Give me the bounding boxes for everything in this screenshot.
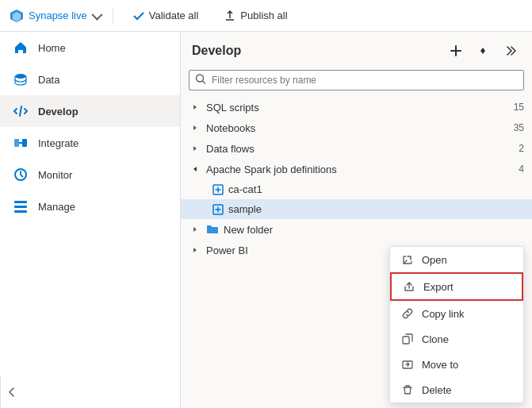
spark-chevron-icon	[189, 163, 201, 175]
tree-child-cacat1[interactable]: ca-cat1	[181, 179, 532, 199]
data-icon	[13, 71, 29, 87]
validate-label: Validate all	[149, 10, 199, 21]
spark-count: 4	[519, 164, 524, 175]
context-menu-delete[interactable]: Delete	[390, 377, 523, 402]
svg-rect-4	[22, 139, 27, 147]
brand-label: Synapse live	[29, 10, 87, 21]
folder-icon	[206, 223, 219, 236]
sidebar: Home Data Develop	[0, 32, 181, 408]
context-menu-clone[interactable]: Clone	[390, 326, 523, 352]
delete-icon	[401, 383, 414, 396]
spark-job-icon-2	[212, 204, 224, 215]
dataflows-chevron-icon	[189, 142, 201, 155]
clone-label: Clone	[422, 333, 449, 345]
copylink-icon	[401, 307, 414, 320]
newfolder-label: New folder	[224, 224, 524, 236]
notebooks-label: Notebooks	[206, 122, 509, 134]
develop-header-actions	[445, 40, 521, 62]
sidebar-collapse-button[interactable]	[0, 376, 22, 408]
open-icon	[401, 253, 414, 266]
sidebar-item-data[interactable]: Data	[0, 64, 180, 95]
main-layout: Home Data Develop	[0, 32, 532, 408]
tree-item-notebooks[interactable]: Notebooks 35	[181, 117, 532, 138]
delete-label: Delete	[422, 384, 452, 396]
monitor-icon	[13, 167, 29, 183]
sql-label: SQL scripts	[206, 102, 509, 114]
dataflows-count: 2	[519, 143, 524, 154]
publish-label: Publish all	[240, 10, 287, 21]
validate-all-button[interactable]: Validate all	[126, 6, 205, 25]
export-label: Export	[423, 281, 454, 293]
publish-all-button[interactable]: Publish all	[217, 6, 293, 25]
develop-title: Develop	[192, 44, 241, 58]
newfolder-chevron-icon	[189, 223, 201, 236]
context-menu-moveto[interactable]: Move to	[390, 352, 523, 377]
spark-label: Apache Spark job definitions	[206, 164, 514, 175]
sidebar-item-develop[interactable]: Develop	[0, 95, 180, 127]
sidebar-integrate-label: Integrate	[38, 137, 78, 149]
clone-icon	[401, 333, 414, 345]
export-icon	[403, 280, 415, 293]
tree-item-newfolder[interactable]: New folder	[181, 219, 532, 240]
develop-header: Develop	[181, 32, 532, 67]
topbar: Synapse live Validate all Publish all	[0, 0, 532, 32]
open-label: Open	[422, 254, 447, 266]
dataflows-label: Data flows	[206, 143, 514, 155]
filter-input-wrap	[189, 70, 524, 90]
sql-count: 15	[514, 102, 524, 113]
sql-chevron-icon	[189, 101, 201, 114]
sidebar-item-manage[interactable]: Manage	[0, 191, 180, 222]
sidebar-item-monitor[interactable]: Monitor	[0, 159, 180, 191]
context-menu-copylink[interactable]: Copy link	[390, 301, 523, 326]
context-menu: Open Export Copy link	[389, 246, 524, 403]
sidebar-home-label: Home	[38, 42, 66, 54]
tree-item-sql[interactable]: SQL scripts 15	[181, 97, 532, 117]
sample-label: sample	[228, 203, 262, 215]
cacat1-label: ca-cat1	[228, 183, 262, 195]
svg-rect-6	[14, 201, 27, 203]
home-icon	[13, 40, 29, 56]
brand-chevron-icon[interactable]	[91, 9, 102, 20]
integrate-icon	[13, 135, 29, 151]
tree-item-spark[interactable]: Apache Spark job definitions 4	[181, 159, 532, 179]
sidebar-manage-label: Manage	[38, 201, 75, 213]
manage-icon	[13, 198, 29, 214]
tree-child-sample[interactable]: sample	[181, 199, 532, 219]
sidebar-item-home[interactable]: Home	[0, 32, 180, 64]
notebooks-count: 35	[514, 122, 524, 133]
topbar-divider	[113, 8, 113, 24]
sidebar-monitor-label: Monitor	[38, 169, 72, 181]
synapse-brand[interactable]: Synapse live	[10, 9, 100, 23]
moveto-icon	[401, 358, 414, 371]
sidebar-data-label: Data	[38, 74, 59, 86]
svg-rect-8	[14, 210, 27, 213]
collapse-panel-button[interactable]	[499, 40, 521, 62]
svg-rect-7	[14, 206, 27, 208]
spark-job-icon	[212, 184, 224, 195]
notebooks-chevron-icon	[189, 121, 201, 134]
svg-point-2	[15, 74, 26, 79]
svg-rect-3	[14, 139, 19, 147]
develop-panel: Develop	[181, 32, 532, 408]
context-menu-open[interactable]: Open	[390, 247, 523, 272]
powerbi-chevron-icon	[189, 244, 201, 256]
filter-search-icon	[195, 74, 206, 87]
filter-input[interactable]	[189, 70, 524, 90]
sort-button[interactable]	[472, 40, 494, 62]
context-menu-export[interactable]: Export	[390, 272, 523, 301]
sidebar-item-integrate[interactable]: Integrate	[0, 127, 180, 159]
tree-item-dataflows[interactable]: Data flows 2	[181, 138, 532, 159]
copylink-label: Copy link	[422, 308, 464, 320]
develop-icon	[13, 103, 29, 119]
sidebar-develop-label: Develop	[38, 106, 78, 117]
add-resource-button[interactable]	[445, 40, 467, 62]
svg-rect-12	[403, 337, 409, 344]
moveto-label: Move to	[422, 359, 458, 371]
